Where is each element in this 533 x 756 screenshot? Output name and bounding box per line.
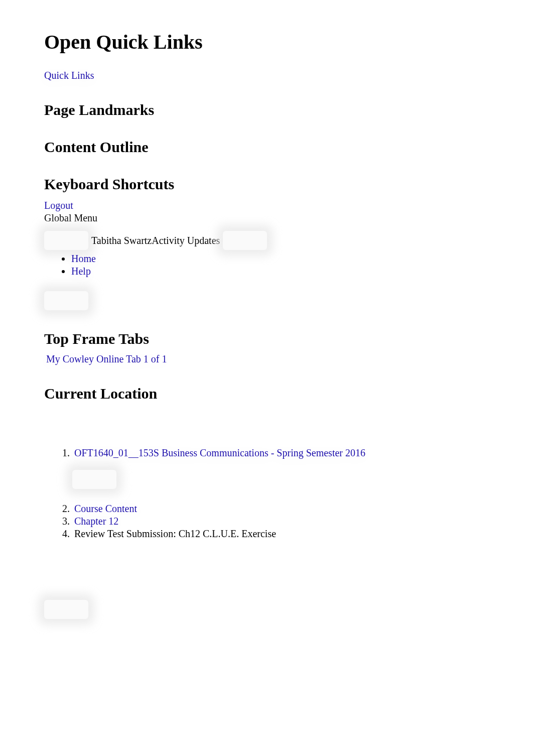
help-link[interactable]: Help xyxy=(71,266,91,277)
nav-list: Home Help xyxy=(71,253,489,277)
list-item: Home xyxy=(71,253,489,265)
top-frame-tabs-heading: Top Frame Tabs xyxy=(44,330,489,347)
breadcrumb-item: Course Content xyxy=(72,503,489,515)
blurred-button-5[interactable] xyxy=(44,600,88,619)
logout-link[interactable]: Logout xyxy=(44,200,73,211)
list-item: Help xyxy=(71,266,489,277)
home-link[interactable]: Home xyxy=(71,253,96,264)
blurred-button-1[interactable] xyxy=(44,231,88,250)
breadcrumb-course-link[interactable]: OFT1640_01__153S Business Communications… xyxy=(74,447,365,458)
activity-updates-label: Activity Updates xyxy=(152,235,220,246)
tab-my-cowley-online[interactable]: My Cowley Online Tab 1 of 1 xyxy=(46,353,167,365)
page-title: Open Quick Links xyxy=(44,30,489,54)
breadcrumb-chapter-link[interactable]: Chapter 12 xyxy=(74,516,118,527)
global-menu-label: Global Menu xyxy=(44,212,97,223)
content-outline-heading: Content Outline xyxy=(44,139,489,156)
current-location-heading: Current Location xyxy=(44,385,489,402)
quick-links-link[interactable]: Quick Links xyxy=(44,70,94,81)
breadcrumb-current-page: Review Test Submission: Ch12 C.L.U.E. Ex… xyxy=(74,528,276,539)
blurred-button-4[interactable] xyxy=(72,470,116,489)
blurred-button-3[interactable] xyxy=(44,291,88,310)
breadcrumb-course-content-link[interactable]: Course Content xyxy=(74,503,137,514)
breadcrumb-item: Chapter 12 xyxy=(72,516,489,527)
blurred-button-2[interactable] xyxy=(223,231,267,250)
breadcrumb: OFT1640_01__153S Business Communications… xyxy=(44,447,489,540)
keyboard-shortcuts-heading: Keyboard Shortcuts xyxy=(44,176,489,193)
breadcrumb-item: Review Test Submission: Ch12 C.L.U.E. Ex… xyxy=(72,528,489,540)
breadcrumb-item: OFT1640_01__153S Business Communications… xyxy=(72,447,489,459)
user-name: Tabitha Swartz xyxy=(91,235,152,246)
page-landmarks-heading: Page Landmarks xyxy=(44,101,489,118)
